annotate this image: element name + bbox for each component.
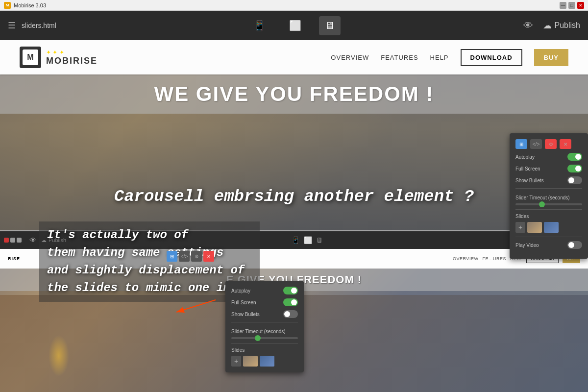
logo-letter: M bbox=[23, 49, 38, 65]
fullscreen-row: Full Screen bbox=[231, 298, 298, 306]
slides-thumbnails: + bbox=[231, 356, 298, 367]
slider-timeout-thumb[interactable] bbox=[255, 335, 261, 341]
logo-stars-area: ✦ ✦ ✦ MOBIRISE bbox=[46, 49, 98, 66]
panel-header-right: ⊞ </> ⚙ ✕ bbox=[515, 139, 582, 149]
nav-link-features[interactable]: FEATURES bbox=[381, 54, 418, 61]
publish-button[interactable]: ☁ Publish bbox=[543, 20, 580, 31]
mobile-device-icon[interactable]: 📱 bbox=[247, 16, 271, 35]
show-bullets-row: Show Bullets bbox=[231, 310, 298, 318]
nested-window-controls bbox=[4, 238, 22, 243]
fullscreen-label: Full Screen bbox=[231, 300, 256, 305]
nested-nav-overview: OVERVIEW bbox=[453, 256, 478, 261]
settings-panel-left: Autoplay Full Screen Show Bullets Slider… bbox=[225, 281, 304, 372]
site-logo: M ✦ ✦ ✦ MOBIRISE bbox=[20, 47, 98, 68]
component-icons-left: ⊞ </> ⚙ ✕ bbox=[167, 251, 214, 262]
nested-sparkler-glow bbox=[39, 315, 78, 383]
slide-thumb-1[interactable] bbox=[243, 356, 258, 367]
fullscreen-toggle-right[interactable] bbox=[567, 165, 582, 172]
logo-stars: ✦ ✦ ✦ bbox=[46, 49, 98, 56]
show-bullets-toggle-right[interactable] bbox=[567, 176, 582, 184]
add-slide-btn[interactable]: + bbox=[231, 356, 241, 367]
add-slide-btn-right[interactable]: + bbox=[515, 222, 525, 233]
minimize-btn[interactable]: — bbox=[560, 2, 566, 9]
close-btn[interactable]: ✕ bbox=[577, 2, 584, 9]
separator-1 bbox=[231, 322, 298, 322]
slider-timeout-right: Slider Timeout (seconds) bbox=[515, 193, 582, 205]
logo-box: M bbox=[20, 47, 41, 68]
brand-name: MOBIRISE bbox=[46, 56, 98, 66]
desktop-device-icon[interactable]: 🖥 bbox=[319, 16, 341, 35]
slider-area: WE GIVE YOU FREEDOM ! Carousell embrsing… bbox=[0, 74, 588, 392]
slider-timeout-control[interactable] bbox=[231, 337, 298, 339]
show-bullets-label: Show Bullets bbox=[231, 312, 260, 317]
slides-label: Slides bbox=[231, 347, 298, 353]
settings-panel-right: ⊞ </> ⚙ ✕ Autoplay Full Screen Show Bull… bbox=[510, 133, 588, 259]
separator-5 bbox=[515, 237, 582, 237]
comp-delete-icon[interactable]: ✕ bbox=[203, 251, 214, 262]
fullscreen-label-right: Full Screen bbox=[515, 166, 540, 172]
separator-3 bbox=[515, 188, 582, 189]
slider-timeout-thumb-right[interactable] bbox=[539, 201, 545, 207]
autoplay-toggle[interactable] bbox=[283, 287, 298, 294]
cloud-icon: ☁ bbox=[543, 20, 552, 31]
panel-tab-delete[interactable]: ✕ bbox=[560, 139, 571, 149]
nav-download-btn[interactable]: DOWNLOAD bbox=[461, 49, 522, 66]
nested-tablet-icon: ⬜ bbox=[304, 236, 312, 244]
site-nav: M ✦ ✦ ✦ MOBIRISE OVERVIEW FEATURES HELP … bbox=[0, 40, 588, 74]
overlay-text-carousel: Carousell embrsing another element ? bbox=[114, 187, 474, 206]
panel-tab-move[interactable]: ⊞ bbox=[515, 139, 527, 149]
comp-gear-icon[interactable]: ⚙ bbox=[191, 251, 202, 262]
comp-code-icon[interactable]: </> bbox=[179, 251, 190, 262]
window-controls: — □ ✕ bbox=[560, 2, 584, 9]
slide-thumb-1-right[interactable] bbox=[527, 222, 542, 233]
nested-nav-features: FE...URES bbox=[482, 256, 506, 261]
toolbar-left: ☰ sliders.html bbox=[8, 20, 56, 31]
app-title: Mobirise 3.03 bbox=[14, 2, 46, 8]
autoplay-row: Autoplay bbox=[231, 287, 298, 294]
show-bullets-row-right: Show Bullets bbox=[515, 176, 582, 184]
slider-timeout-control-right[interactable] bbox=[515, 203, 582, 205]
panel-tab-gear[interactable]: ⚙ bbox=[545, 139, 557, 149]
play-video-toggle[interactable] bbox=[567, 241, 582, 249]
fullscreen-toggle[interactable] bbox=[283, 298, 298, 306]
nested-brand: RISE bbox=[8, 256, 20, 261]
panel-tab-code[interactable]: </> bbox=[530, 139, 542, 149]
maximize-btn[interactable]: □ bbox=[568, 2, 575, 9]
autoplay-toggle-right[interactable] bbox=[567, 153, 582, 161]
publish-label: Publish bbox=[555, 21, 580, 30]
nav-link-help[interactable]: HELP bbox=[430, 54, 449, 61]
show-bullets-toggle[interactable] bbox=[283, 310, 298, 318]
slides-section-right: Slides + bbox=[515, 214, 582, 233]
slide-thumb-2-right[interactable] bbox=[544, 222, 559, 233]
logo-m: M bbox=[27, 53, 33, 62]
nested-desktop-icon: 🖥 bbox=[316, 236, 323, 244]
slider-timeout-label: Slider Timeout (seconds) bbox=[231, 329, 286, 334]
svg-line-1 bbox=[176, 300, 216, 312]
site-nav-links: OVERVIEW FEATURES HELP DOWNLOAD BUY bbox=[331, 49, 568, 66]
nested-mobile-icon: 📱 bbox=[292, 236, 300, 244]
tablet-device-icon[interactable]: ⬜ bbox=[283, 16, 307, 35]
slide-thumb-2[interactable] bbox=[260, 356, 274, 367]
nested-max-btn bbox=[17, 238, 22, 243]
title-bar: M Mobirise 3.03 — □ ✕ bbox=[0, 0, 588, 11]
nested-eye-icon: 👁 bbox=[29, 236, 36, 244]
slides-label-right: Slides bbox=[515, 214, 582, 219]
nested-device-icons: 📱 ⬜ 🖥 bbox=[292, 236, 323, 244]
nested-min-btn bbox=[10, 238, 15, 243]
app-icon: M bbox=[4, 2, 11, 9]
nav-buy-btn[interactable]: BUY bbox=[534, 49, 568, 66]
menu-icon[interactable]: ☰ bbox=[8, 20, 16, 31]
slides-section: Slides + bbox=[231, 347, 298, 367]
slider-headline: WE GIVE YOU FREEDOM ! bbox=[154, 82, 434, 106]
separator-4 bbox=[515, 209, 582, 210]
nested-close-btn bbox=[4, 238, 9, 243]
file-name: sliders.html bbox=[22, 22, 56, 29]
separator-2 bbox=[231, 343, 298, 343]
preview-icon[interactable]: 👁 bbox=[523, 20, 533, 31]
comp-move-icon[interactable]: ⊞ bbox=[167, 251, 177, 262]
arrow-svg-left bbox=[167, 295, 225, 315]
nav-link-overview[interactable]: OVERVIEW bbox=[331, 54, 369, 61]
fullscreen-row-right: Full Screen bbox=[515, 165, 582, 172]
show-bullets-label-right: Show Bullets bbox=[515, 178, 544, 183]
autoplay-label-right: Autoplay bbox=[515, 154, 535, 160]
